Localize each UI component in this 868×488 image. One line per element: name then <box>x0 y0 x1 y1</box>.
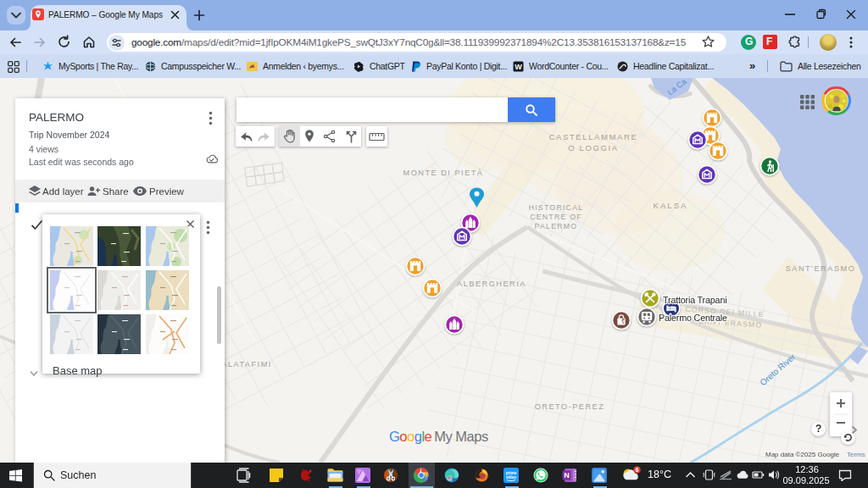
svg-text:Map data ©2025 Google: Map data ©2025 Google <box>765 451 840 458</box>
svg-text:Terms: Terms <box>847 451 865 458</box>
svg-text:CASTELLAMMARE: CASTELLAMMARE <box>549 132 638 141</box>
svg-text:O LOGGIA: O LOGGIA <box>568 143 618 152</box>
svg-text:Trattoria Trapani: Trattoria Trapani <box>663 295 726 305</box>
svg-text:GoogleMy Maps: GoogleMy Maps <box>389 429 488 444</box>
svg-text:ALBERGHERIA: ALBERGHERIA <box>457 280 526 288</box>
svg-text:ORETO-PEREZ: ORETO-PEREZ <box>535 402 605 411</box>
svg-text:MONTE DI PIETÀ: MONTE DI PIETÀ <box>403 169 483 177</box>
svg-text:Palermo Centrale: Palermo Centrale <box>659 313 727 323</box>
svg-text:PALERMO: PALERMO <box>535 222 578 230</box>
svg-text:6: 6 <box>636 467 639 473</box>
svg-text:W: W <box>515 62 522 70</box>
svg-text:video: video <box>506 475 516 480</box>
svg-text:HISTORICAL: HISTORICAL <box>529 203 584 212</box>
svg-text:SANT'ERASMO: SANT'ERASMO <box>786 264 856 273</box>
svg-text:CENTRE OF: CENTRE OF <box>530 213 582 221</box>
svg-text:N: N <box>564 471 570 480</box>
svg-text:KALSA: KALSA <box>653 201 687 210</box>
